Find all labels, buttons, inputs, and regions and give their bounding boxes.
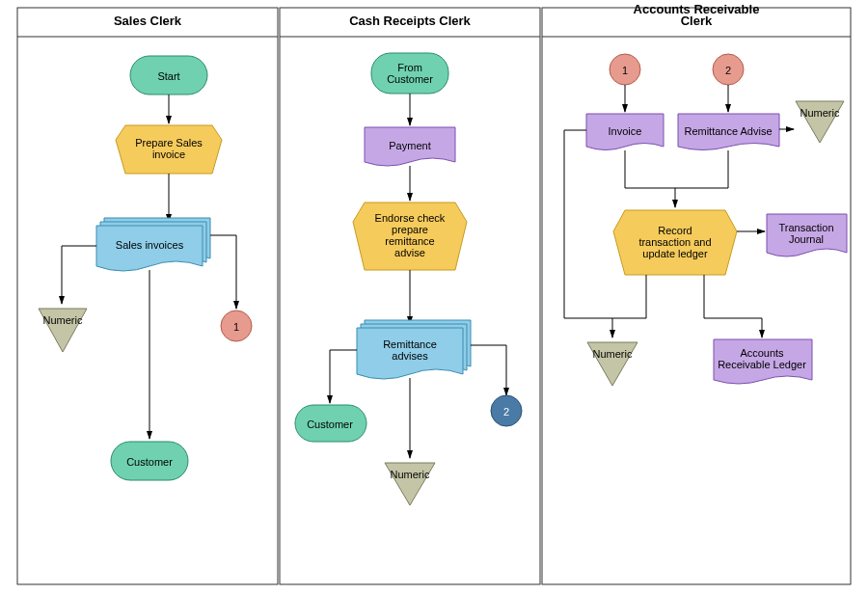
edge bbox=[612, 275, 646, 338]
payment-label: Payment bbox=[389, 140, 430, 151]
numeric-2-label: Numeric bbox=[391, 469, 430, 480]
remittance-advise-label: Remittance Advise bbox=[684, 125, 772, 137]
sales-invoices-label: Sales invoices bbox=[116, 239, 184, 251]
connector-2-label: 2 bbox=[503, 406, 509, 418]
edge bbox=[625, 150, 675, 207]
edge bbox=[471, 345, 506, 395]
connector-2b-label: 2 bbox=[725, 65, 731, 76]
numeric-4-label: Numeric bbox=[593, 348, 633, 360]
start-label: Start bbox=[157, 70, 179, 82]
connector-1-label: 1 bbox=[233, 321, 239, 333]
edge bbox=[330, 350, 357, 403]
customer-1-label: Customer bbox=[126, 456, 173, 468]
edge bbox=[564, 130, 586, 318]
edge bbox=[62, 246, 96, 304]
edge bbox=[704, 275, 762, 338]
edge bbox=[210, 235, 236, 309]
numeric-1-label: Numeric bbox=[43, 314, 83, 326]
flowchart-diagram: Sales Clerk Cash Receipts Clerk Accounts… bbox=[0, 0, 868, 594]
lane-1-title: Sales Clerk bbox=[114, 14, 182, 28]
lane-3 bbox=[542, 8, 851, 584]
invoice-label: Invoice bbox=[609, 125, 642, 137]
lane-2-title: Cash Receipts Clerk bbox=[349, 14, 471, 28]
customer-2-label: Customer bbox=[307, 418, 353, 430]
connector-1b-label: 1 bbox=[622, 65, 628, 76]
edge bbox=[675, 150, 728, 188]
numeric-3-label: Numeric bbox=[800, 107, 840, 119]
lane-3-title-line1: Accounts ReceivableClerk bbox=[634, 2, 760, 28]
